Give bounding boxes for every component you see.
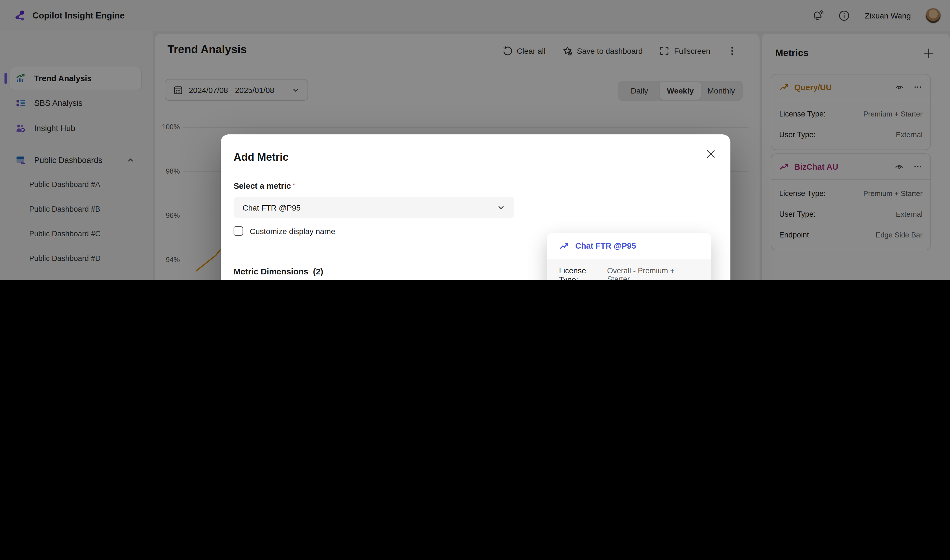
customize-name-checkbox[interactable] bbox=[234, 226, 243, 236]
customize-name-label: Customize display name bbox=[250, 226, 335, 235]
app-root: Copilot Insight Engine Zixuan Wang Colla… bbox=[0, 0, 950, 280]
metric-preview-row: License Type:Overall - Premium + Starter bbox=[559, 265, 699, 280]
metric-preview-row-value: Overall - Premium + Starter bbox=[607, 266, 699, 280]
metric-preview-card: Chat FTR @P95 License Type:Overall - Pre… bbox=[547, 233, 711, 280]
metric-select-value: Chat FTR @P95 bbox=[243, 203, 300, 212]
required-asterisk: * bbox=[293, 182, 295, 189]
select-metric-label: Select a metric* bbox=[234, 182, 295, 191]
modal-title: Add Metric bbox=[234, 151, 288, 163]
chevron-down-icon bbox=[497, 203, 505, 212]
metric-dimensions-label: Metric Dimensions (2) bbox=[234, 266, 323, 276]
metric-preview-body: License Type:Overall - Premium + Starter… bbox=[547, 259, 711, 280]
metric-preview-title: Chat FTR @P95 bbox=[575, 242, 636, 250]
metric-select[interactable]: Chat FTR @P95 bbox=[234, 197, 514, 218]
metric-preview-row-label: License Type: bbox=[559, 266, 607, 280]
metric-preview-header: Chat FTR @P95 bbox=[547, 233, 711, 259]
trend-arrow-icon bbox=[559, 240, 570, 251]
customize-name-row: Customize display name bbox=[234, 226, 335, 236]
modal-divider bbox=[234, 250, 514, 250]
close-icon[interactable] bbox=[705, 148, 717, 160]
